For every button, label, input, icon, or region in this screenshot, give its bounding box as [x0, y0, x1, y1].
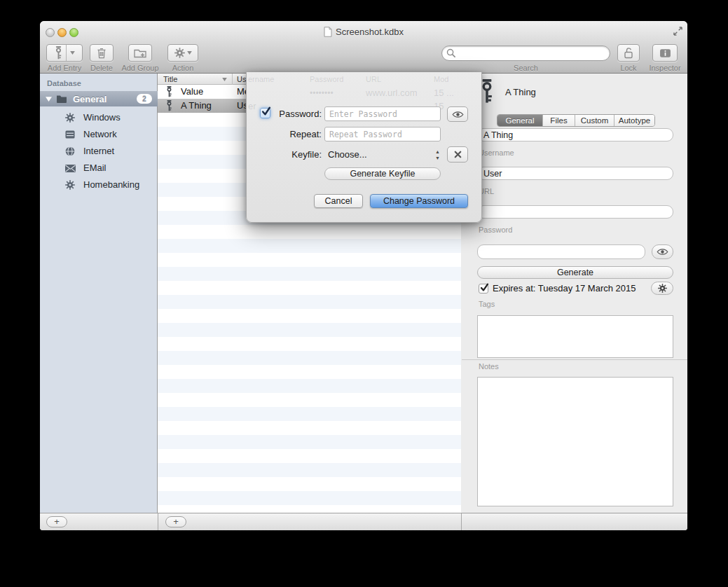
sidebar-item-network[interactable]: Network	[40, 126, 158, 143]
clear-keyfile-button[interactable]	[447, 146, 468, 163]
folder-icon	[56, 95, 67, 103]
change-password-button[interactable]: Change Password	[370, 194, 468, 208]
generate-password-button[interactable]: Generate	[477, 266, 673, 279]
search-input[interactable]	[441, 46, 610, 61]
sidebar-item-email[interactable]: EMail	[40, 160, 158, 177]
ghost-password-dots: ••••••••	[310, 88, 334, 98]
check-icon	[480, 283, 489, 292]
reveal-new-password-button[interactable]	[447, 106, 468, 122]
disclosure-triangle-icon[interactable]	[46, 97, 52, 102]
delete-button[interactable]	[90, 44, 114, 62]
expires-checkbox[interactable]	[479, 284, 488, 294]
section-divider	[462, 359, 687, 360]
document-icon	[324, 27, 332, 37]
sidebar-item-internet[interactable]: Internet	[40, 143, 158, 160]
generate-keyfile-button[interactable]: Generate Keyfile	[324, 167, 441, 180]
change-password-sheet: ername Password URL Mod •••••••• www.url…	[246, 72, 482, 223]
repeat-password-input[interactable]	[324, 127, 441, 141]
sidebar-item-label: Network	[83, 126, 117, 143]
entry-title-cell: A Thing	[181, 100, 212, 111]
column-header-title[interactable]: Title	[163, 75, 177, 83]
pane-divider	[461, 513, 462, 530]
ghost-modified-value: 15 ...	[434, 88, 454, 98]
gear-icon	[65, 113, 75, 123]
split-divider	[66, 45, 67, 61]
trash-icon	[97, 48, 107, 59]
gear-icon	[658, 284, 667, 293]
popup-stepper-icon[interactable]: ▲▼	[434, 149, 441, 163]
expires-settings-button[interactable]	[651, 282, 673, 295]
gear-icon	[65, 180, 75, 190]
folder-plus-icon	[134, 48, 146, 58]
username-field[interactable]	[477, 167, 673, 180]
sidebar-item-label: Windows	[83, 109, 121, 126]
new-password-input[interactable]	[324, 106, 441, 121]
reveal-password-button[interactable]	[652, 244, 673, 259]
sidebar-item-windows[interactable]: Windows	[40, 109, 158, 126]
cancel-button[interactable]: Cancel	[314, 194, 363, 208]
tab-files[interactable]: Files	[542, 115, 575, 126]
sidebar-group-general[interactable]: General 2	[40, 91, 158, 106]
inspector-entry-title: A Thing	[505, 87, 536, 97]
action-button[interactable]	[167, 44, 198, 62]
add-entry-plus-button[interactable]: +	[165, 516, 186, 527]
fullscreen-icon[interactable]	[673, 27, 682, 36]
password-field[interactable]	[477, 244, 645, 259]
key-icon	[166, 86, 172, 97]
ghost-header-url: URL	[366, 75, 381, 83]
username-label: Username	[479, 149, 514, 157]
notes-textarea[interactable]	[477, 377, 673, 506]
tags-textarea[interactable]	[477, 315, 673, 358]
sidebar-item-homebanking[interactable]: Homebanking	[40, 177, 158, 193]
tab-general[interactable]: General	[497, 115, 542, 126]
globe-icon	[65, 146, 75, 156]
search-label: Search	[441, 64, 610, 72]
key-icon	[480, 79, 494, 104]
sidebar-item-label: Homebanking	[83, 177, 139, 193]
chevron-down-icon	[70, 51, 75, 55]
search-icon	[446, 48, 455, 57]
titlebar: Screenshot.kdbx	[40, 21, 687, 42]
add-group-plus-button[interactable]: +	[46, 516, 67, 527]
window-chrome: Screenshot.kdbx Add Entry Delete Add Gro…	[40, 21, 687, 74]
info-icon	[659, 48, 671, 58]
sort-descending-icon	[222, 78, 227, 81]
sidebar: Database General 2 Windows Network Inter…	[40, 74, 158, 513]
inspector-label: Inspector	[645, 64, 685, 72]
lock-button[interactable]	[617, 44, 640, 62]
tab-autotype[interactable]: Autotype	[614, 115, 654, 126]
app-window: Screenshot.kdbx Add Entry Delete Add Gro…	[40, 21, 687, 530]
lock-label: Lock	[612, 64, 645, 72]
dialog-password-label: Password:	[247, 109, 322, 119]
key-icon	[55, 46, 62, 60]
keyfile-popup[interactable]: Choose...	[328, 149, 367, 160]
search-field-wrap	[441, 46, 610, 61]
sidebar-section-header: Database	[47, 79, 81, 88]
add-group-label: Add Group	[119, 64, 161, 72]
inspector-tabs: General Files Custom Autotype	[497, 114, 655, 127]
tags-label: Tags	[479, 300, 495, 308]
title-field[interactable]	[477, 128, 673, 141]
chevron-down-icon	[187, 51, 192, 55]
eye-icon	[657, 248, 668, 256]
password-label: Password	[479, 226, 512, 234]
ghost-header-modified: Mod	[434, 75, 448, 83]
window-title: Screenshot.kdbx	[336, 27, 404, 37]
gear-icon	[174, 48, 185, 58]
lock-open-icon	[624, 47, 633, 59]
x-icon	[454, 151, 462, 158]
server-icon	[65, 130, 75, 139]
sidebar-group-label: General	[73, 94, 107, 104]
dialog-repeat-label: Repeat:	[247, 129, 322, 139]
column-divider[interactable]	[232, 74, 233, 85]
inspector-button[interactable]	[652, 44, 678, 62]
key-icon	[166, 100, 172, 111]
column-header-username[interactable]: Us	[237, 75, 246, 83]
pane-divider	[158, 513, 158, 530]
dialog-keyfile-label: Keyfile:	[247, 149, 322, 160]
add-group-button[interactable]	[128, 44, 152, 62]
url-field[interactable]	[477, 205, 673, 219]
ghost-url-value: www.url.com	[366, 88, 418, 98]
add-entry-button[interactable]	[46, 44, 83, 62]
tab-custom[interactable]: Custom	[575, 115, 614, 126]
